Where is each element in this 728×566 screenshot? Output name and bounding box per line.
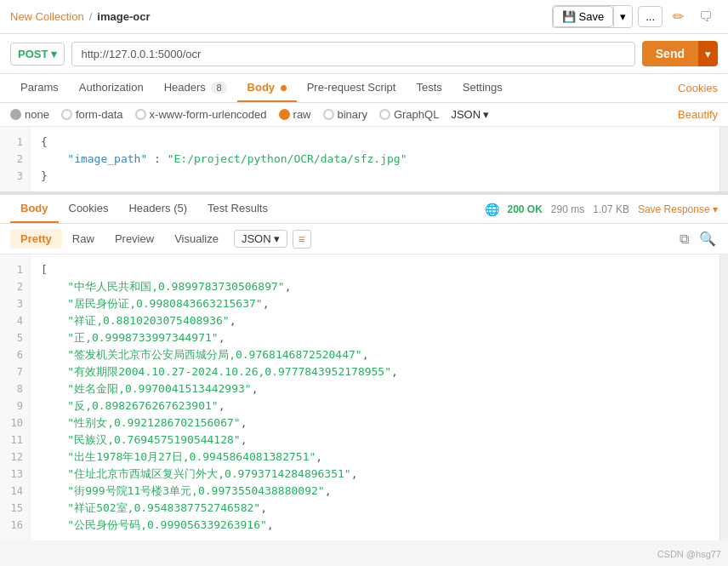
response-code-content[interactable]: [ "中华人民共和国,0.9899783730506897", "居民身份证,0…	[31, 254, 719, 540]
resp-format-visualize[interactable]: Visualize	[164, 229, 229, 249]
tab-body[interactable]: Body	[237, 74, 297, 102]
resp-tab-body[interactable]: Body	[10, 195, 59, 223]
resp-format-pretty[interactable]: Pretty	[10, 229, 62, 249]
radio-dot-none	[10, 109, 21, 120]
tab-settings[interactable]: Settings	[452, 74, 513, 102]
radio-dot-binary	[323, 109, 334, 120]
resp-json-selector[interactable]: JSON ▾	[234, 230, 287, 248]
globe-icon: 🌐	[485, 203, 499, 216]
tab-tests[interactable]: Tests	[406, 74, 452, 102]
breadcrumb-separator: /	[89, 10, 93, 23]
response-code-area: 1 2 3 4 5 6 7 8 9 10 11 12 13 14 15 16 […	[0, 254, 728, 540]
breadcrumb-name: image-ocr	[97, 10, 150, 23]
body-options: none form-data x-www-form-urlencoded raw…	[0, 103, 728, 127]
resp-tab-headers[interactable]: Headers (5)	[118, 195, 197, 223]
breadcrumb: New Collection / image-ocr	[10, 10, 150, 23]
method-arrow: ▾	[51, 48, 57, 60]
tab-headers[interactable]: Headers 8	[154, 74, 237, 102]
copy-button[interactable]: ⧉	[678, 230, 691, 249]
tab-authorization[interactable]: Authorization	[69, 74, 154, 102]
radio-dot-raw	[279, 109, 290, 120]
url-input[interactable]	[71, 42, 634, 66]
radio-dot-urlencoded	[135, 109, 146, 120]
save-icon: 💾	[562, 10, 576, 23]
resp-format-preview[interactable]: Preview	[105, 229, 164, 249]
resp-icon-buttons: ⧉ 🔍	[678, 229, 718, 249]
save-response-button[interactable]: Save Response ▾	[638, 203, 718, 215]
save-button[interactable]: 💾 Save	[553, 6, 614, 27]
resp-tab-cookies[interactable]: Cookies	[59, 195, 119, 223]
tab-cookies[interactable]: Cookies	[678, 75, 718, 101]
beautify-button[interactable]: Beautify	[678, 108, 718, 121]
request-code-area: 1 2 3 { "image_path" : "E:/project/pytho…	[0, 127, 728, 195]
radio-binary[interactable]: binary	[323, 108, 367, 121]
radio-urlencoded[interactable]: x-www-form-urlencoded	[135, 108, 267, 121]
method-label: POST	[18, 48, 48, 60]
response-tabs-bar: Body Cookies Headers (5) Test Results 🌐 …	[0, 195, 728, 224]
top-bar: New Collection / image-ocr 💾 Save ▾ ... …	[0, 0, 728, 34]
headers-badge: 8	[211, 82, 226, 94]
response-line-numbers: 1 2 3 4 5 6 7 8 9 10 11 12 13 14 15 16	[0, 254, 31, 540]
save-label: Save	[579, 10, 605, 23]
save-arrow-button[interactable]: ▾	[613, 6, 632, 27]
radio-dot-form-data	[61, 109, 72, 120]
response-scrollbar[interactable]	[719, 254, 728, 540]
radio-dot-graphql	[379, 109, 390, 120]
request-line-numbers: 1 2 3	[0, 127, 31, 192]
send-arrow-button[interactable]: ▾	[698, 41, 718, 66]
send-button[interactable]: Send	[642, 41, 698, 66]
json-type-selector[interactable]: JSON ▾	[451, 108, 489, 121]
breadcrumb-collection[interactable]: New Collection	[10, 10, 84, 23]
request-bar: POST ▾ Send ▾	[0, 34, 728, 74]
radio-form-data[interactable]: form-data	[61, 108, 123, 121]
filter-icon-button[interactable]: ≡	[293, 230, 311, 249]
response-time: 290 ms	[551, 203, 584, 215]
radio-none[interactable]: none	[10, 108, 49, 121]
response-status: 🌐 200 OK 290 ms 1.07 KB Save Response ▾	[485, 203, 719, 216]
tab-params[interactable]: Params	[10, 74, 69, 102]
request-code-content[interactable]: { "image_path" : "E:/project/python/OCR/…	[31, 127, 719, 192]
tabs-bar: Params Authorization Headers 8 Body Pre-…	[0, 74, 728, 103]
response-body-options: Pretty Raw Preview Visualize JSON ▾ ≡ ⧉ …	[0, 224, 728, 254]
radio-raw[interactable]: raw	[279, 108, 311, 121]
request-scrollbar[interactable]	[719, 127, 728, 192]
method-select[interactable]: POST ▾	[10, 43, 65, 66]
radio-graphql[interactable]: GraphQL	[379, 108, 439, 121]
more-options-button[interactable]: ...	[638, 6, 663, 27]
response-size: 1.07 KB	[593, 203, 629, 215]
edit-button[interactable]: ✏	[668, 7, 689, 26]
search-button[interactable]: 🔍	[697, 229, 718, 249]
resp-tab-test-results[interactable]: Test Results	[197, 195, 278, 223]
status-code: 200 OK	[508, 203, 543, 215]
resp-format-raw[interactable]: Raw	[62, 229, 105, 249]
body-dot	[281, 85, 287, 91]
tab-pre-request[interactable]: Pre-request Script	[297, 74, 407, 102]
comment-button[interactable]: 🗨	[694, 8, 718, 26]
toolbar-right: 💾 Save ▾ ... ✏ 🗨	[552, 5, 718, 28]
